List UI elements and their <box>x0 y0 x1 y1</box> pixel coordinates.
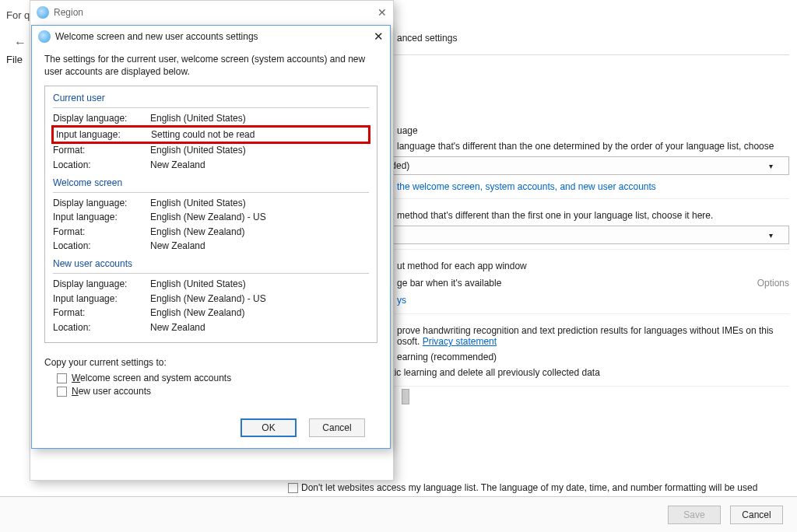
scrollbar-thumb[interactable] <box>402 389 409 404</box>
nu-displaylang-v: English (United States) <box>150 277 369 292</box>
chevron-down-icon: ▾ <box>769 162 773 170</box>
cu-format-k: Format: <box>53 143 150 158</box>
ws-displaylang-v: English (United States) <box>150 196 369 211</box>
new-user-checkbox[interactable] <box>57 387 67 397</box>
bottom-action-bar: Save Cancel <box>0 496 797 532</box>
group-new-user: New user accounts <box>53 257 369 271</box>
welcome-settings-dialog: Welcome screen and new user accounts set… <box>31 25 391 449</box>
welcome-dialog-title: Welcome screen and new user accounts set… <box>55 31 258 42</box>
intro-text: The settings for the current user, welco… <box>44 54 377 78</box>
close-icon[interactable]: ✕ <box>377 6 387 19</box>
ws-format-k: Format: <box>53 225 150 240</box>
handwriting-text2: osoft. <box>397 336 420 347</box>
copy-settings-label: Copy your current settings to: <box>44 357 377 368</box>
nu-inputlang-v: English (New Zealand) - US <box>150 292 369 306</box>
for-label: For q <box>6 9 30 21</box>
ws-format-v: English (New Zealand) <box>150 225 369 240</box>
nu-format-v: English (New Zealand) <box>150 306 369 320</box>
cu-format-v: English (United States) <box>150 143 369 158</box>
new-user-checkbox-label: New user accounts <box>72 386 151 397</box>
options-link[interactable]: Options <box>757 278 789 289</box>
keyboard-dropdown[interactable]: S ▾ <box>374 226 789 244</box>
group-current-user: Current user <box>53 91 369 105</box>
ws-inputlang-v: English (New Zealand) - US <box>150 210 369 225</box>
cu-location-v: New Zealand <box>150 158 369 173</box>
save-button[interactable]: Save <box>668 506 721 524</box>
nu-displaylang-k: Display language: <box>53 277 150 292</box>
group-welcome-screen: Welcome screen <box>53 176 369 190</box>
welcome-dialog-titlebar: Welcome screen and new user accounts set… <box>32 26 390 47</box>
welcome-screen-checkbox[interactable] <box>57 373 67 383</box>
welcome-dialog-body: The settings for the current user, welco… <box>32 47 390 437</box>
highlight-input-language: Input language:Setting could not be read <box>51 125 370 145</box>
region-titlebar: Region ✕ <box>30 1 393 24</box>
dont-let-checkbox[interactable] <box>288 483 298 493</box>
ws-location-k: Location: <box>53 239 150 254</box>
nu-location-k: Location: <box>53 320 150 335</box>
globe-icon <box>38 30 51 43</box>
cu-inputlang-v: Setting could not be read <box>151 128 368 142</box>
apply-to-accounts-link[interactable]: the welcome screen, system accounts, and… <box>397 181 656 192</box>
ws-displaylang-k: Display language: <box>53 196 150 211</box>
region-title-text: Region <box>54 7 83 18</box>
handwriting-text: prove handwriting recognition and text p… <box>397 325 774 336</box>
cancel-button[interactable]: Cancel <box>309 418 365 437</box>
privacy-statement-link[interactable]: Privacy statement <box>423 336 497 347</box>
cu-displaylang-v: English (United States) <box>150 111 369 126</box>
welcome-screen-checkbox-label: Welcome screen and system accounts <box>72 373 231 383</box>
language-dropdown[interactable]: ended) ▾ <box>374 156 789 175</box>
cu-location-k: Location: <box>53 158 150 173</box>
ws-location-v: New Zealand <box>150 239 369 254</box>
dont-let-label: Don't let websites access my language li… <box>301 482 757 493</box>
nu-format-k: Format: <box>53 306 150 320</box>
close-icon[interactable]: ✕ <box>374 30 384 44</box>
chevron-down-icon: ▾ <box>769 231 773 240</box>
nu-location-v: New Zealand <box>150 320 369 335</box>
ok-button[interactable]: OK <box>241 418 297 437</box>
globe-icon <box>37 6 49 19</box>
ws-inputlang-k: Input language: <box>53 210 150 225</box>
file-menu[interactable]: File <box>6 54 23 65</box>
cu-displaylang-k: Display language: <box>53 111 150 126</box>
back-arrow-icon[interactable]: ← <box>14 36 26 50</box>
cu-inputlang-k: Input language: <box>54 128 151 142</box>
settings-groupbox: Current user Display language:English (U… <box>44 86 377 343</box>
cancel-button[interactable]: Cancel <box>730 506 783 524</box>
nu-inputlang-k: Input language: <box>53 292 150 306</box>
